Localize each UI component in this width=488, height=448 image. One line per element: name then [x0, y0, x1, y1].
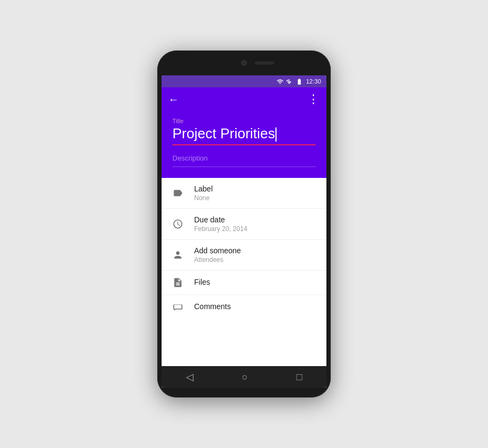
speaker: [255, 61, 274, 65]
camera-icon: [241, 60, 247, 66]
title-input-container[interactable]: Project Priorities: [172, 125, 316, 145]
phone-screen: 12:30 ← ⋮ Title Project Priorities Descr…: [162, 75, 326, 388]
add-someone-primary: Add someone: [194, 246, 319, 255]
comments-text: Comments: [194, 302, 319, 312]
file-icon: [169, 277, 187, 288]
status-icons: 12:30: [277, 78, 321, 85]
more-button[interactable]: ⋮: [307, 92, 320, 106]
list-item-files[interactable]: Files: [162, 271, 326, 295]
phone-top-bar: [162, 56, 326, 75]
label-icon: [169, 188, 187, 199]
list-item-add-someone[interactable]: Add someone Attendees: [162, 240, 326, 271]
title-label: Title: [172, 118, 183, 124]
clock-icon: [169, 219, 187, 229]
add-someone-secondary: Attendees: [194, 256, 319, 264]
due-date-secondary: February 20, 2014: [194, 225, 319, 233]
phone-device: 12:30 ← ⋮ Title Project Priorities Descr…: [157, 50, 331, 398]
signal-icon: [286, 78, 293, 85]
wifi-icon: [277, 78, 284, 85]
label-text: Label None: [194, 184, 319, 202]
description-input[interactable]: Description: [172, 154, 316, 167]
title-input[interactable]: Project Priorities: [172, 125, 316, 145]
status-bar: 12:30: [162, 75, 326, 87]
title-text-value: Project Priorities: [172, 125, 275, 142]
app-bar: ← ⋮: [162, 87, 326, 111]
files-text: Files: [194, 278, 319, 287]
nav-back-button[interactable]: ◁: [183, 368, 197, 386]
nav-recent-button[interactable]: □: [293, 368, 305, 386]
comments-primary: Comments: [194, 302, 319, 311]
person-icon: [169, 249, 187, 260]
nav-home-button[interactable]: ○: [239, 368, 251, 386]
back-button[interactable]: ←: [168, 93, 179, 106]
text-cursor: [275, 127, 277, 142]
files-primary: Files: [194, 278, 319, 286]
list-item-label[interactable]: Label None: [162, 178, 326, 209]
comment-icon: [169, 302, 187, 312]
header-area: Title Project Priorities Description: [162, 111, 326, 178]
label-secondary: None: [194, 194, 319, 202]
due-date-text: Due date February 20, 2014: [194, 215, 319, 233]
list-area: Label None Due date February 20, 2014: [162, 178, 326, 366]
due-date-primary: Due date: [194, 215, 319, 224]
time-display: 12:30: [306, 78, 321, 85]
list-item-due-date[interactable]: Due date February 20, 2014: [162, 209, 326, 240]
battery-icon: [295, 78, 304, 85]
bottom-nav: ◁ ○ □: [162, 366, 326, 388]
label-primary: Label: [194, 184, 319, 193]
list-item-comments[interactable]: Comments: [162, 295, 326, 319]
add-someone-text: Add someone Attendees: [194, 246, 319, 264]
